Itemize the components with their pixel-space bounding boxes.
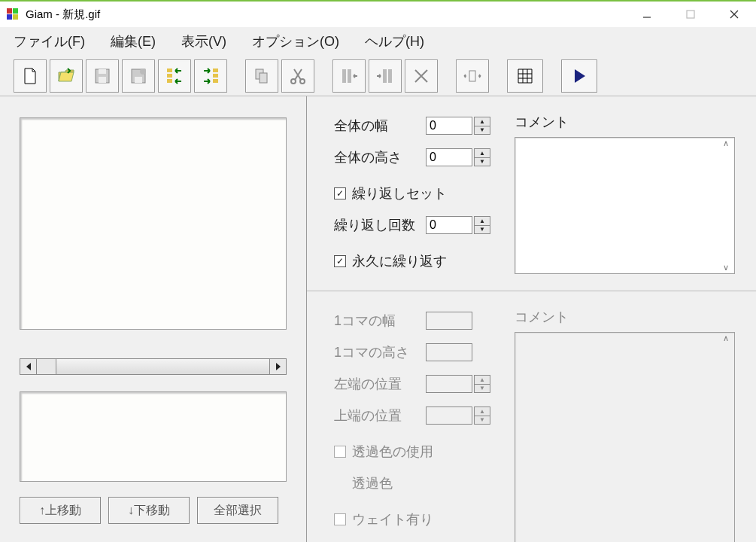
preview-area: [20, 117, 287, 330]
svg-rect-3: [13, 14, 18, 20]
close-button[interactable]: [712, 1, 756, 28]
loop-set-label: 繰り返しセット: [352, 184, 447, 202]
loop-count-input[interactable]: [426, 216, 472, 234]
svg-rect-17: [213, 69, 218, 72]
save-button[interactable]: [86, 59, 119, 93]
save-as-button[interactable]: [122, 59, 155, 93]
loop-set-checkbox[interactable]: ✓: [334, 187, 346, 199]
loop-count-label: 繰り返し回数: [334, 216, 426, 234]
shift-left-button[interactable]: [332, 59, 366, 93]
svg-rect-1: [13, 8, 18, 14]
open-button[interactable]: [50, 59, 83, 93]
scroll-up-icon: ∧: [718, 333, 733, 343]
svg-rect-0: [7, 8, 12, 14]
frame-height-label: 1コマの高さ: [334, 343, 426, 361]
frame-comment-label: コメント: [515, 308, 735, 326]
delete-button[interactable]: [405, 59, 438, 93]
global-height-spinner[interactable]: ▲▼: [474, 148, 490, 166]
frame-top-input: [426, 406, 472, 425]
frame-comment-textarea: ∧∨: [515, 332, 735, 542]
scroll-thumb[interactable]: [37, 359, 56, 374]
frame-list[interactable]: [20, 391, 287, 482]
svg-rect-10: [99, 77, 106, 83]
global-width-input[interactable]: [426, 117, 472, 135]
move-up-button[interactable]: ↑上移動: [20, 497, 101, 524]
menu-edit[interactable]: 編集(E): [100, 29, 166, 53]
title-bar: Giam - 新規.gif: [0, 0, 756, 27]
svg-rect-5: [687, 11, 694, 18]
svg-rect-28: [469, 71, 475, 81]
frame-left-input: [426, 375, 472, 393]
minimize-button[interactable]: [625, 1, 669, 28]
svg-rect-24: [342, 69, 346, 83]
menu-file[interactable]: ファイル(F): [3, 29, 96, 53]
global-width-label: 全体の幅: [334, 117, 426, 135]
frame-left-spinner: ▲▼: [474, 375, 490, 393]
svg-rect-9: [99, 69, 106, 74]
wait-on-label: ウェイト有り: [352, 510, 433, 528]
resize-button[interactable]: [456, 59, 489, 93]
svg-rect-18: [213, 74, 218, 78]
svg-rect-12: [135, 77, 142, 83]
select-all-button[interactable]: 全部選択: [197, 497, 278, 524]
grid-button[interactable]: [507, 59, 543, 93]
global-height-label: 全体の高さ: [334, 148, 426, 166]
loop-count-spinner[interactable]: ▲▼: [474, 216, 490, 234]
cut-button[interactable]: [281, 59, 314, 93]
frames-panel: ↑上移動 ↓下移動 全部選択: [0, 96, 307, 542]
trans-color-label: 透過色: [352, 474, 444, 492]
menu-help[interactable]: ヘルプ(H): [354, 29, 435, 53]
new-file-button[interactable]: [14, 59, 47, 93]
svg-rect-14: [167, 69, 172, 72]
global-width-spinner[interactable]: ▲▼: [474, 117, 490, 135]
scroll-down-icon[interactable]: ∨: [718, 263, 733, 273]
window-title: Giam - 新規.gif: [26, 8, 100, 22]
maximize-button[interactable]: [669, 1, 712, 28]
export-frames-button[interactable]: [194, 59, 227, 93]
shift-right-button[interactable]: [369, 59, 402, 93]
svg-rect-15: [167, 74, 172, 78]
copy-button[interactable]: [245, 59, 278, 93]
menu-bar: ファイル(F) 編集(E) 表示(V) オプション(O) ヘルプ(H): [0, 27, 756, 56]
frame-top-label: 上端の位置: [334, 406, 426, 425]
frame-settings: 1コマの幅 1コマの高さ 左端の位置 ▲▼ 上端の位置: [307, 291, 756, 542]
frame-top-spinner: ▲▼: [474, 406, 490, 425]
svg-rect-21: [260, 73, 267, 83]
toolbar: [0, 56, 756, 96]
frame-left-label: 左端の位置: [334, 375, 426, 393]
global-settings: 全体の幅 ▲▼ 全体の高さ ▲▼ ✓ 繰り返しセット 繰り返し回数: [307, 96, 756, 291]
menu-view[interactable]: 表示(V): [171, 29, 237, 53]
svg-rect-16: [167, 79, 172, 83]
svg-rect-26: [383, 69, 387, 83]
frame-width-input: [426, 312, 472, 330]
global-height-input[interactable]: [426, 148, 472, 166]
app-icon: [6, 8, 20, 21]
frame-width-label: 1コマの幅: [334, 312, 426, 330]
global-comment-label: コメント: [515, 113, 735, 131]
wait-on-checkbox: [334, 513, 346, 525]
scroll-left-button[interactable]: [20, 359, 37, 374]
scroll-track[interactable]: [56, 359, 269, 374]
svg-point-13: [140, 69, 146, 75]
svg-rect-25: [348, 69, 351, 83]
use-trans-label: 透過色の使用: [352, 443, 433, 461]
scroll-right-button[interactable]: [269, 359, 286, 374]
use-trans-checkbox: [334, 446, 346, 458]
svg-rect-2: [7, 14, 12, 20]
global-comment-textarea[interactable]: ∧∨: [515, 137, 735, 274]
loop-forever-label: 永久に繰り返す: [352, 252, 447, 270]
svg-rect-19: [213, 79, 218, 83]
loop-forever-checkbox[interactable]: ✓: [334, 255, 346, 267]
svg-rect-27: [388, 69, 392, 83]
move-down-button[interactable]: ↓下移動: [108, 497, 190, 524]
preview-scrollbar[interactable]: [20, 358, 287, 375]
frame-height-input: [426, 343, 472, 361]
play-button[interactable]: [561, 59, 597, 93]
import-frames-button[interactable]: [158, 59, 191, 93]
menu-option[interactable]: オプション(O): [241, 29, 350, 53]
scroll-up-icon[interactable]: ∧: [718, 139, 733, 148]
